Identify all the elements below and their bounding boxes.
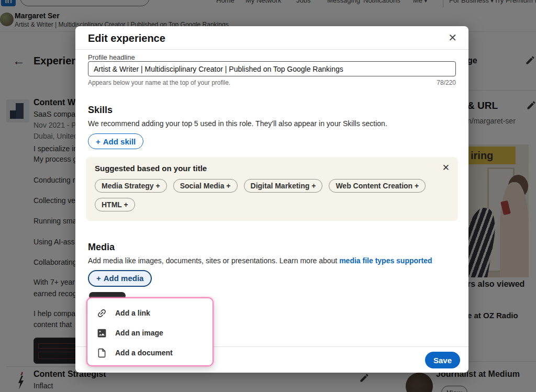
profile-headline-input[interactable] (88, 61, 456, 76)
skill-chip[interactable]: HTML + (95, 198, 135, 211)
media-file-types-link[interactable]: media file types supported (339, 256, 432, 265)
skill-chip[interactable]: Media Strategy + (95, 179, 167, 193)
menu-item-add-document[interactable]: Add a document (87, 343, 213, 363)
plus-icon: + (96, 137, 100, 146)
page: in Home My Network Jobs Messaging Notifi… (0, 0, 536, 392)
skill-chip[interactable]: Social Media + (173, 179, 238, 193)
modal-header: Edit experience ✕ (75, 26, 468, 50)
skill-chip[interactable]: Digital Marketing + (244, 179, 323, 193)
modal-title: Edit experience (88, 32, 165, 44)
image-icon (96, 328, 107, 339)
close-icon[interactable]: ✕ (442, 162, 450, 173)
plus-icon: + (96, 274, 101, 283)
skills-description: We recommend adding your top 5 used in t… (88, 119, 387, 128)
skills-heading: Skills (88, 105, 113, 116)
close-icon[interactable]: ✕ (448, 31, 457, 44)
headline-helper-text: Appears below your name at the top of yo… (88, 79, 230, 86)
media-heading: Media (88, 242, 115, 253)
suggested-skills-box: Suggested based on your title ✕ Media St… (86, 157, 458, 221)
document-icon (96, 348, 107, 359)
media-description: Add media like images, documents, sites … (88, 256, 432, 265)
skill-chip[interactable]: Web Content Creation + (329, 179, 426, 193)
suggested-skills-heading: Suggested based on your title (95, 164, 207, 173)
edit-experience-modal: Edit experience ✕ Profile headline Appea… (75, 26, 468, 373)
add-skill-button[interactable]: +Add skill (88, 133, 143, 149)
profile-headline-label: Profile headline (88, 53, 135, 61)
link-icon (94, 305, 110, 321)
character-counter: 78/220 (437, 79, 456, 86)
menu-item-add-image[interactable]: Add an image (87, 323, 213, 343)
add-media-button[interactable]: +Add media (88, 270, 152, 287)
menu-item-add-link[interactable]: Add a link (87, 303, 213, 323)
add-media-menu: Add a link Add an image Add a document (86, 297, 214, 366)
save-button[interactable]: Save (425, 352, 460, 368)
suggested-skills-chips: Media Strategy + Social Media + Digital … (95, 179, 449, 211)
